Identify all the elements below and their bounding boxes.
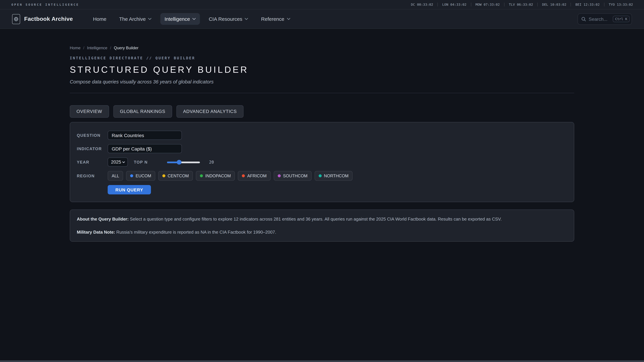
- centcom-dot-icon: [162, 174, 165, 177]
- eucom-dot-icon: [130, 174, 133, 177]
- about-note: About the Query Builder: Select a questi…: [77, 216, 567, 222]
- top-n-value: 20: [209, 160, 214, 164]
- clock-dc: DC 00:33:02: [406, 3, 438, 6]
- nav-item-the-archive[interactable]: The Archive: [115, 13, 156, 25]
- region-button-centcom[interactable]: CENTCOM: [158, 171, 193, 181]
- utility-bar: OPEN SOURCE INTELLIGENCE DC 00:33:02 LON…: [0, 0, 644, 9]
- slider-thumb[interactable]: [176, 160, 181, 164]
- region-filter-group: ALL EUCOM CENTCOM INDOPACOM: [108, 171, 352, 181]
- osint-label: OPEN SOURCE INTELLIGENCE: [12, 3, 79, 6]
- year-label: YEAR: [77, 160, 108, 164]
- search-shortcut-badge: Ctrl K: [613, 16, 630, 22]
- chevron-down-icon: [148, 18, 152, 20]
- region-button-all[interactable]: ALL: [108, 171, 123, 181]
- breadcrumb-query-builder: Query Builder: [114, 45, 138, 50]
- search-input[interactable]: [589, 16, 610, 22]
- breadcrumb-home[interactable]: Home: [70, 45, 80, 50]
- factbook-globe-icon: [12, 14, 20, 24]
- year-select[interactable]: 2025: [108, 158, 128, 167]
- world-clocks: DC 00:33:02 LON 04:33:02 MOW 07:33:02 TL…: [406, 3, 637, 6]
- indicator-row: INDICATOR: [77, 144, 566, 153]
- breadcrumb: Home / Intelligence / Query Builder: [70, 45, 574, 50]
- tab-advanced-analytics[interactable]: ADVANCED ANALYTICS: [176, 105, 244, 118]
- breadcrumb-intelligence[interactable]: Intelligence: [87, 45, 107, 50]
- question-row: QUESTION: [77, 131, 566, 140]
- nav-items: Home The Archive Intelligence CIA Resour…: [89, 13, 294, 25]
- tab-overview[interactable]: OVERVIEW: [70, 105, 109, 118]
- select-chevron-icon: [122, 161, 125, 163]
- indicator-label: INDICATOR: [77, 146, 108, 151]
- tab-bar: OVERVIEW GLOBAL RANKINGS ADVANCED ANALYT…: [70, 105, 574, 118]
- header-divider: [70, 93, 574, 93]
- app-window: OPEN SOURCE INTELLIGENCE DC 00:33:02 LON…: [0, 0, 644, 362]
- region-button-southcom[interactable]: SOUTHCOM: [274, 171, 312, 181]
- southcom-dot-icon: [278, 174, 281, 177]
- main-nav: Factbook Archive Home The Archive Intell…: [0, 9, 644, 29]
- indopacom-dot-icon: [200, 174, 203, 177]
- region-button-africom[interactable]: AFRICOM: [238, 171, 270, 181]
- section-eyebrow: INTELLIGENCE DIRECTORATE // QUERY BUILDE…: [70, 56, 574, 60]
- region-label: REGION: [77, 173, 108, 178]
- nav-item-intelligence[interactable]: Intelligence: [160, 13, 200, 25]
- clock-bei: BEI 12:33:02: [571, 3, 604, 6]
- chevron-down-icon: [286, 18, 290, 20]
- region-button-eucom[interactable]: EUCOM: [126, 171, 155, 181]
- notes-panel: About the Query Builder: Select a questi…: [70, 210, 574, 242]
- search-icon: [581, 16, 586, 21]
- year-topn-row: YEAR 2025 TOP N 20: [77, 158, 566, 167]
- clock-tyo: TYO 13:33:02: [604, 3, 637, 6]
- page-subtitle: Compose data queries visually across 36 …: [70, 79, 574, 84]
- top-n-label: TOP N: [134, 160, 148, 164]
- clock-del: DEL 10:03:02: [537, 3, 571, 6]
- chevron-down-icon: [245, 18, 248, 20]
- tab-global-rankings[interactable]: GLOBAL RANKINGS: [113, 105, 172, 118]
- clock-mow: MOW 07:33:02: [471, 3, 504, 6]
- northcom-dot-icon: [318, 174, 322, 177]
- search-box[interactable]: Ctrl K: [578, 13, 632, 25]
- query-builder-panel: QUESTION INDICATOR YEAR 2025 TOP N: [70, 122, 574, 202]
- nav-item-cia-resources[interactable]: CIA Resources: [205, 13, 252, 25]
- run-row: RUN QUERY: [77, 185, 566, 194]
- nav-item-home[interactable]: Home: [89, 13, 110, 25]
- top-n-slider[interactable]: [167, 160, 200, 164]
- indicator-input[interactable]: [108, 144, 182, 153]
- clock-tlv: TLV 06:33:02: [504, 3, 538, 6]
- question-input[interactable]: [108, 131, 182, 140]
- nav-item-reference[interactable]: Reference: [257, 13, 294, 25]
- chevron-down-icon: [192, 18, 196, 20]
- footer-edge: [0, 360, 644, 362]
- clock-lon: LON 04:33:02: [438, 3, 471, 6]
- run-query-button[interactable]: RUN QUERY: [108, 185, 151, 194]
- region-button-indopacom[interactable]: INDOPACOM: [196, 171, 235, 181]
- region-row: REGION ALL EUCOM CENTCOM IN: [77, 171, 566, 181]
- page-title: STRUCTURED QUERY BUILDER: [70, 65, 574, 75]
- region-button-northcom[interactable]: NORTHCOM: [314, 171, 352, 181]
- brand-name: Factbook Archive: [24, 15, 73, 22]
- africom-dot-icon: [242, 174, 245, 177]
- question-label: QUESTION: [77, 133, 108, 138]
- military-data-note: Military Data Note: Russia’s military ex…: [77, 229, 567, 235]
- brand[interactable]: Factbook Archive: [12, 14, 73, 24]
